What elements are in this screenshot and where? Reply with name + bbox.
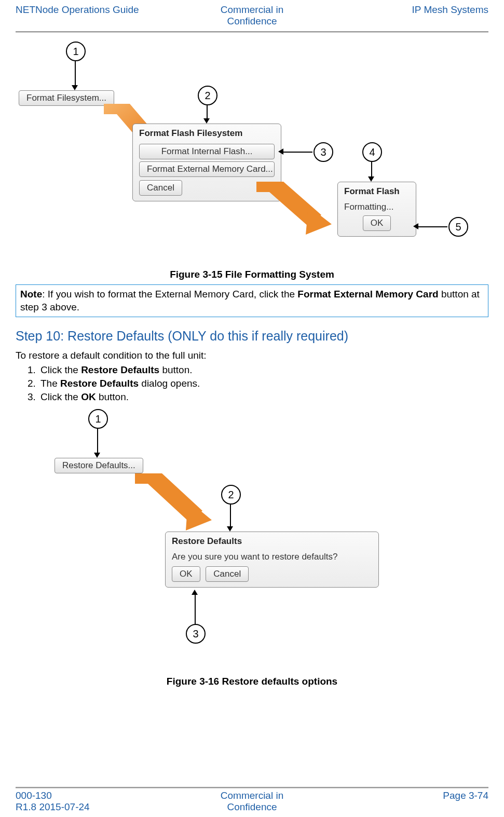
svg-marker-5 (186, 500, 212, 530)
steps-list: Click the Restore Defaults button. The R… (16, 364, 488, 403)
callout-line (281, 152, 312, 153)
svg-marker-3 (306, 206, 332, 235)
header-left: NETNode Operations Guide (16, 4, 173, 27)
header-rule (16, 31, 488, 32)
page-footer: 000-130 R1.8 2015-07-24 Commercial in Co… (16, 787, 488, 813)
header-right: IP Mesh Systems (331, 4, 488, 27)
format-internal-flash-button[interactable]: Format Internal Flash... (139, 144, 275, 159)
arrowhead-icon (278, 148, 283, 155)
note-box: Note: If you wish to format the External… (16, 284, 488, 317)
header-center: Commercial in Confidence (173, 4, 331, 27)
arrowhead-icon (227, 526, 233, 532)
list-item: The Restore Defaults dialog opens. (38, 378, 488, 389)
arrowhead-icon (203, 118, 210, 124)
format-flash-dialog: Format Flash Formatting... OK (337, 182, 416, 237)
cancel-button[interactable]: Cancel (139, 180, 182, 196)
dialog-title: Format Flash Filesystem (133, 124, 281, 141)
dialog-title: Restore Defaults (166, 532, 378, 549)
arrowhead-icon (72, 85, 78, 90)
callout-line (97, 429, 98, 454)
callout-2: 2 (198, 86, 217, 105)
callout-line (371, 162, 372, 178)
callout-line (207, 105, 208, 119)
restore-defaults-dialog: Restore Defaults Are you sure you want t… (165, 532, 379, 588)
step-heading: Step 10: Restore Defaults (ONLY do this … (16, 329, 488, 344)
figure-3-15: 1 Format Filesystem... 2 Format Flash Fi… (16, 36, 488, 265)
list-item: Click the OK button. (38, 391, 488, 403)
figure-3-16: 1 Restore Defaults... 2 Restore Defaults… (16, 407, 488, 672)
callout-4: 4 (362, 142, 382, 162)
dialog-title: Format Flash (338, 182, 416, 199)
arrowhead-icon (368, 176, 374, 182)
page-header: NETNode Operations Guide Commercial in C… (16, 0, 488, 30)
callout-1: 1 (88, 409, 108, 429)
arrow-icon (251, 178, 334, 235)
dialog-message: Are you sure you want to restore default… (172, 552, 372, 562)
figure-caption: Figure 3-15 File Formatting System (16, 269, 488, 280)
intro-text: To restore a default condition to the fu… (16, 350, 488, 361)
format-external-memory-card-button[interactable]: Format External Memory Card... (139, 161, 275, 177)
callout-5: 5 (448, 217, 468, 237)
list-item: Click the Restore Defaults button. (38, 364, 488, 376)
callout-line (416, 226, 447, 227)
callout-line (230, 505, 231, 527)
callout-1: 1 (66, 42, 86, 61)
ok-button[interactable]: OK (363, 215, 391, 231)
callout-line (195, 593, 196, 624)
figure-caption: Figure 3-16 Restore defaults options (16, 676, 488, 687)
callout-3: 3 (186, 624, 206, 644)
callout-line (75, 61, 76, 86)
dialog-message: Formatting... (344, 202, 410, 212)
arrowhead-icon (192, 590, 198, 595)
arrowhead-icon (413, 223, 418, 229)
arrow-icon (130, 469, 213, 532)
callout-3: 3 (314, 142, 333, 162)
ok-button[interactable]: OK (172, 566, 200, 582)
callout-2: 2 (221, 485, 241, 505)
arrowhead-icon (94, 453, 100, 458)
cancel-button[interactable]: Cancel (206, 566, 249, 582)
